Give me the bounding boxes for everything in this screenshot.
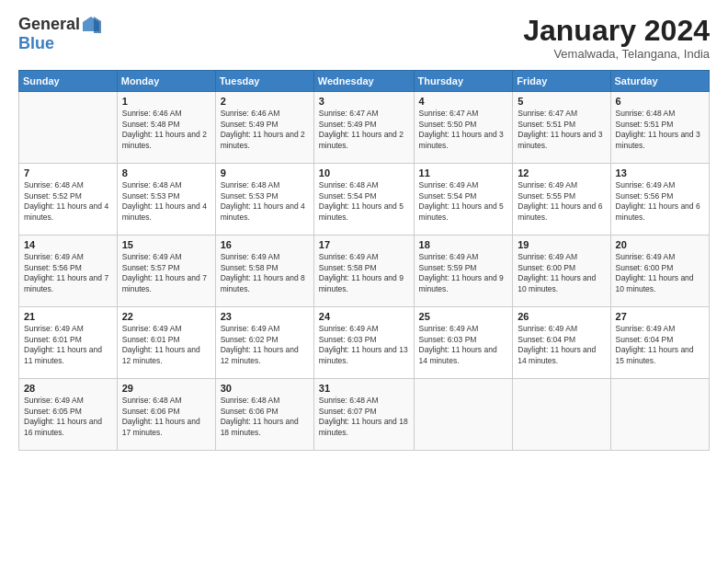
cell-info: Sunrise: 6:46 AM Sunset: 5:48 PM Dayligh… (122, 109, 210, 151)
day-number: 29 (122, 383, 210, 394)
sunset-text: Sunset: 6:07 PM (319, 407, 377, 416)
day-number: 19 (518, 239, 605, 250)
table-row (414, 379, 513, 451)
table-row: 29 Sunrise: 6:48 AM Sunset: 6:06 PM Dayl… (117, 379, 215, 451)
table-row (610, 379, 709, 451)
sunrise-text: Sunrise: 6:49 AM (518, 252, 577, 261)
table-row: 19 Sunrise: 6:49 AM Sunset: 6:00 PM Dayl… (513, 236, 610, 307)
svg-marker-1 (94, 17, 101, 33)
day-number: 4 (419, 96, 508, 107)
sunset-text: Sunset: 6:04 PM (518, 335, 575, 344)
cell-info: Sunrise: 6:49 AM Sunset: 6:00 PM Dayligh… (518, 252, 605, 294)
cell-info: Sunrise: 6:49 AM Sunset: 5:58 PM Dayligh… (221, 252, 309, 294)
table-row: 6 Sunrise: 6:48 AM Sunset: 5:51 PM Dayli… (610, 92, 709, 164)
sunset-text: Sunset: 6:05 PM (24, 407, 82, 416)
sunset-text: Sunset: 6:02 PM (221, 335, 279, 344)
cell-info: Sunrise: 6:49 AM Sunset: 6:05 PM Dayligh… (24, 396, 112, 438)
cell-info: Sunrise: 6:49 AM Sunset: 6:04 PM Dayligh… (616, 324, 704, 366)
daylight-text: Daylight: 11 hours and 7 minutes. (122, 273, 207, 293)
table-row (513, 379, 610, 451)
daylight-text: Daylight: 11 hours and 15 minutes. (616, 345, 694, 364)
cell-info: Sunrise: 6:49 AM Sunset: 5:54 PM Dayligh… (419, 180, 508, 223)
sunset-text: Sunset: 5:50 PM (419, 120, 477, 129)
sunrise-text: Sunrise: 6:49 AM (122, 252, 182, 261)
calendar-table: Sunday Monday Tuesday Wednesday Thursday… (18, 70, 710, 451)
sunset-text: Sunset: 6:00 PM (518, 263, 575, 272)
calendar-week-row: 1 Sunrise: 6:46 AM Sunset: 5:48 PM Dayli… (19, 92, 710, 164)
table-row: 10 Sunrise: 6:48 AM Sunset: 5:54 PM Dayl… (313, 164, 414, 236)
day-number: 1 (122, 96, 210, 107)
day-number: 20 (616, 239, 704, 250)
day-number: 30 (221, 383, 309, 394)
sunrise-text: Sunrise: 6:49 AM (24, 324, 84, 333)
calendar-week-row: 7 Sunrise: 6:48 AM Sunset: 5:52 PM Dayli… (19, 164, 710, 236)
sunset-text: Sunset: 5:49 PM (221, 120, 279, 129)
day-number: 28 (24, 383, 112, 394)
logo: General Blue (18, 15, 101, 53)
sunrise-text: Sunrise: 6:48 AM (122, 180, 182, 190)
sunset-text: Sunset: 5:53 PM (122, 191, 180, 201)
calendar-week-row: 28 Sunrise: 6:49 AM Sunset: 6:05 PM Dayl… (19, 379, 710, 451)
sunrise-text: Sunrise: 6:49 AM (518, 324, 577, 333)
col-monday: Monday (117, 71, 215, 92)
daylight-text: Daylight: 11 hours and 10 minutes. (518, 273, 596, 293)
daylight-text: Daylight: 11 hours and 2 minutes. (319, 130, 404, 149)
col-thursday: Thursday (414, 71, 513, 92)
daylight-text: Daylight: 11 hours and 4 minutes. (221, 201, 305, 221)
cell-info: Sunrise: 6:48 AM Sunset: 5:53 PM Dayligh… (122, 180, 210, 223)
table-row: 24 Sunrise: 6:49 AM Sunset: 6:03 PM Dayl… (313, 307, 414, 379)
sunset-text: Sunset: 6:00 PM (616, 263, 674, 272)
table-row: 5 Sunrise: 6:47 AM Sunset: 5:51 PM Dayli… (513, 92, 610, 164)
col-wednesday: Wednesday (313, 71, 414, 92)
table-row: 13 Sunrise: 6:49 AM Sunset: 5:56 PM Dayl… (610, 164, 709, 236)
cell-info: Sunrise: 6:47 AM Sunset: 5:49 PM Dayligh… (319, 109, 409, 151)
daylight-text: Daylight: 11 hours and 3 minutes. (419, 130, 504, 149)
logo-blue-text: Blue (18, 35, 54, 53)
month-title: January 2024 (523, 15, 710, 47)
sunset-text: Sunset: 5:58 PM (221, 263, 279, 272)
cell-info: Sunrise: 6:49 AM Sunset: 6:04 PM Dayligh… (518, 324, 605, 366)
day-number: 13 (616, 167, 704, 178)
cell-info: Sunrise: 6:49 AM Sunset: 6:01 PM Dayligh… (24, 324, 112, 366)
day-number: 7 (24, 167, 112, 178)
sunset-text: Sunset: 6:01 PM (24, 335, 82, 344)
day-number: 2 (221, 96, 309, 107)
cell-info: Sunrise: 6:49 AM Sunset: 6:00 PM Dayligh… (616, 252, 704, 294)
location-subtitle: Vemalwada, Telangana, India (523, 47, 710, 61)
table-row: 26 Sunrise: 6:49 AM Sunset: 6:04 PM Dayl… (513, 307, 610, 379)
cell-info: Sunrise: 6:49 AM Sunset: 5:58 PM Dayligh… (319, 252, 409, 294)
day-number: 6 (616, 96, 704, 107)
sunrise-text: Sunrise: 6:48 AM (616, 109, 676, 118)
day-number: 10 (319, 167, 409, 178)
daylight-text: Daylight: 11 hours and 3 minutes. (616, 130, 700, 149)
sunset-text: Sunset: 5:51 PM (616, 120, 674, 129)
day-number: 14 (24, 239, 112, 250)
table-row: 21 Sunrise: 6:49 AM Sunset: 6:01 PM Dayl… (19, 307, 118, 379)
cell-info: Sunrise: 6:49 AM Sunset: 5:56 PM Dayligh… (616, 180, 704, 223)
daylight-text: Daylight: 11 hours and 4 minutes. (24, 201, 108, 221)
sunrise-text: Sunrise: 6:48 AM (24, 180, 84, 190)
daylight-text: Daylight: 11 hours and 4 minutes. (122, 201, 207, 221)
title-block: January 2024 Vemalwada, Telangana, India (523, 15, 710, 61)
table-row: 4 Sunrise: 6:47 AM Sunset: 5:50 PM Dayli… (414, 92, 513, 164)
daylight-text: Daylight: 11 hours and 9 minutes. (319, 273, 404, 293)
daylight-text: Daylight: 11 hours and 13 minutes. (319, 345, 408, 364)
table-row: 14 Sunrise: 6:49 AM Sunset: 5:56 PM Dayl… (19, 236, 118, 307)
cell-info: Sunrise: 6:48 AM Sunset: 5:53 PM Dayligh… (221, 180, 309, 223)
daylight-text: Daylight: 11 hours and 7 minutes. (24, 273, 108, 293)
cell-info: Sunrise: 6:47 AM Sunset: 5:50 PM Dayligh… (419, 109, 508, 151)
sunrise-text: Sunrise: 6:46 AM (221, 109, 280, 118)
col-tuesday: Tuesday (215, 71, 313, 92)
daylight-text: Daylight: 11 hours and 18 minutes. (221, 417, 299, 436)
day-number: 24 (319, 311, 409, 322)
sunset-text: Sunset: 5:56 PM (616, 191, 674, 201)
cell-info: Sunrise: 6:49 AM Sunset: 6:01 PM Dayligh… (122, 324, 210, 366)
daylight-text: Daylight: 11 hours and 2 minutes. (221, 130, 305, 149)
sunrise-text: Sunrise: 6:49 AM (221, 252, 280, 261)
cell-info: Sunrise: 6:46 AM Sunset: 5:49 PM Dayligh… (221, 109, 309, 151)
day-number: 9 (221, 167, 309, 178)
calendar-week-row: 14 Sunrise: 6:49 AM Sunset: 5:56 PM Dayl… (19, 236, 710, 307)
sunset-text: Sunset: 6:03 PM (419, 335, 477, 344)
daylight-text: Daylight: 11 hours and 12 minutes. (122, 345, 200, 364)
daylight-text: Daylight: 11 hours and 11 minutes. (24, 345, 102, 364)
